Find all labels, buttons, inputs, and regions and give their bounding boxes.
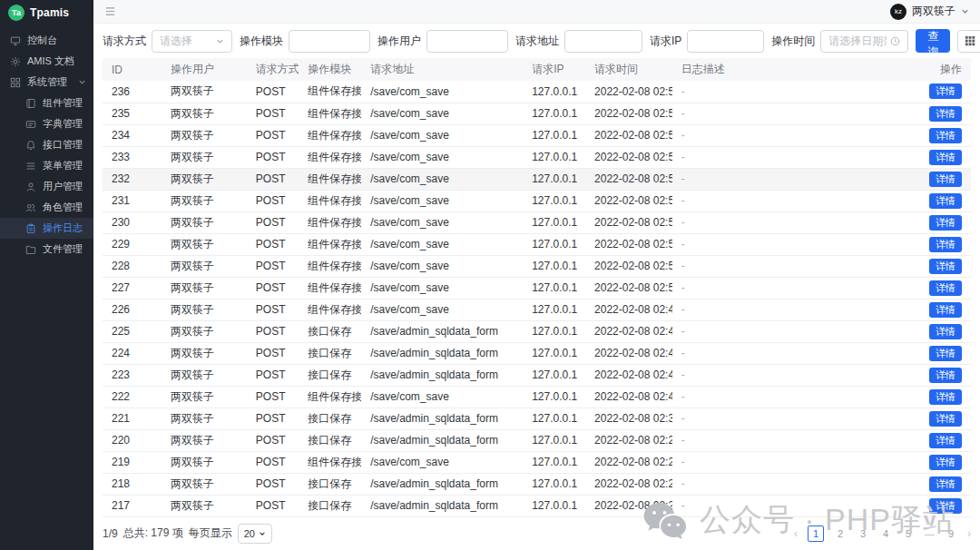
search-button[interactable]: 查询 — [916, 29, 950, 53]
table-header-row: ID操作用户请求方式操作模块请求地址请求IP请求时间日志描述操作 — [103, 58, 971, 81]
cell-method: POST — [247, 81, 299, 103]
operator-input[interactable] — [426, 30, 508, 53]
table-body: 236两双筷子POST组件保存接口/save/com_save127.0.0.1… — [103, 81, 971, 516]
cell-time: 2022-02-08 02:51:28 — [585, 146, 672, 168]
detail-button[interactable]: 详情 — [929, 237, 962, 252]
column-header: 请求时间 — [585, 58, 672, 81]
cell-time: 2022-02-08 02:26:24 — [585, 473, 672, 495]
cell-ip: 127.0.0.1 — [523, 364, 585, 386]
cell-method: POST — [247, 299, 299, 320]
sidebar-item-console[interactable]: 控制台 — [0, 30, 93, 51]
sidebar-item-op-logs[interactable]: 操作日志 — [0, 218, 93, 239]
detail-button[interactable]: 详情 — [929, 455, 962, 470]
next-page-button[interactable]: › — [967, 527, 971, 540]
detail-button[interactable]: 详情 — [929, 389, 962, 405]
cell-id: 219 — [103, 451, 162, 473]
detail-button[interactable]: 详情 — [929, 280, 962, 296]
cell-module: 组件保存接口 — [299, 146, 361, 168]
sidebar-item-components[interactable]: 组件管理 — [0, 93, 93, 113]
page-button-4[interactable]: 4 — [879, 528, 892, 539]
cell-ip: 127.0.0.1 — [523, 277, 585, 299]
cell-time: 2022-02-08 02:45:24 — [585, 342, 672, 364]
sidebar-item-label: 操作日志 — [43, 221, 83, 235]
cell-path: /save/com_save — [361, 277, 523, 299]
detail-button[interactable]: 详情 — [929, 433, 962, 448]
table-footer: 1/9 总共: 179 项 每页显示 20 ‹12345—9› — [93, 517, 980, 544]
filter-label: 请求方式 — [103, 34, 146, 49]
page-button-2[interactable]: 2 — [834, 528, 847, 539]
sidebar-item-label: 组件管理 — [43, 96, 83, 110]
detail-button[interactable]: 详情 — [929, 128, 962, 143]
page-size-select[interactable]: 20 — [238, 524, 272, 544]
detail-button[interactable]: 详情 — [929, 193, 962, 209]
logo-badge: Ta — [8, 5, 24, 21]
detail-button[interactable]: 详情 — [929, 106, 962, 122]
detail-button[interactable]: 详情 — [929, 215, 962, 231]
cell-ip: 127.0.0.1 — [523, 320, 585, 342]
request-ip-input[interactable] — [687, 30, 764, 53]
cell-path: /save/admin_sqldata_form — [361, 364, 523, 386]
detail-button[interactable]: 详情 — [929, 368, 962, 383]
prev-page-button[interactable]: ‹ — [794, 527, 798, 540]
table-row: 221两双筷子POST接口保存/save/admin_sqldata_form1… — [103, 408, 971, 429]
user-menu[interactable]: kz 两双筷子 — [890, 4, 969, 20]
sidebar-item-system[interactable]: 系统管理 — [0, 72, 93, 93]
sidebar-item-dictionary[interactable]: 字典管理 — [0, 113, 93, 134]
detail-button[interactable]: 详情 — [929, 302, 962, 318]
sidebar-item-label: 文件管理 — [43, 242, 83, 256]
cell-user: 两双筷子 — [162, 81, 247, 103]
cell-action: 详情 — [858, 473, 971, 495]
sidebar-item-menus[interactable]: 菜单管理 — [0, 155, 93, 176]
detail-button[interactable]: 详情 — [929, 83, 962, 99]
per-page-label: 每页显示 — [189, 525, 232, 541]
page-button-9[interactable]: 9 — [945, 528, 957, 539]
cell-user: 两双筷子 — [162, 277, 247, 299]
sidebar-item-interfaces[interactable]: 接口管理 — [0, 134, 93, 155]
detail-button[interactable]: 详情 — [929, 476, 962, 492]
page-button-3[interactable]: 3 — [857, 528, 869, 539]
detail-button[interactable]: 详情 — [929, 498, 962, 514]
detail-button[interactable]: 详情 — [929, 150, 962, 165]
sidebar-item-roles[interactable]: 角色管理 — [0, 197, 93, 218]
sidebar-item-files[interactable]: 文件管理 — [0, 239, 93, 260]
cell-action: 详情 — [858, 451, 971, 473]
page-button-5[interactable]: 5 — [902, 528, 915, 539]
cell-module: 组件保存接口 — [299, 277, 361, 299]
table-row: 220两双筷子POST接口保存/save/admin_sqldata_form1… — [103, 429, 971, 451]
request-url-input[interactable] — [564, 30, 642, 53]
columns-config-button[interactable] — [957, 30, 980, 53]
detail-button[interactable]: 详情 — [929, 346, 962, 361]
sidebar-toggle-icon[interactable] — [104, 5, 116, 17]
cell-id: 230 — [103, 211, 162, 233]
cell-action: 详情 — [858, 124, 971, 146]
sidebar-nav: 控制台AMIS 文档系统管理组件管理字典管理接口管理菜单管理用户管理角色管理操作… — [0, 25, 93, 260]
request-method-select[interactable]: 请选择 — [152, 30, 232, 53]
cell-ip: 127.0.0.1 — [523, 342, 585, 364]
app-root: Ta Tpamis 控制台AMIS 文档系统管理组件管理字典管理接口管理菜单管理… — [0, 0, 980, 550]
cell-user: 两双筷子 — [162, 103, 247, 124]
cell-id: 224 — [103, 342, 162, 364]
detail-button[interactable]: 详情 — [929, 259, 962, 274]
cell-id: 218 — [103, 473, 162, 495]
cell-action: 详情 — [858, 190, 971, 211]
cell-path: /save/com_save — [361, 124, 523, 146]
filter-label: 请求IP — [650, 34, 681, 49]
cell-module: 组件保存接口 — [299, 451, 361, 473]
cell-action: 详情 — [858, 495, 971, 516]
cell-module: 组件保存接口 — [299, 255, 361, 277]
sidebar-item-amis-docs[interactable]: AMIS 文档 — [0, 51, 93, 72]
cell-module: 组件保存接口 — [299, 81, 361, 103]
column-header: 请求IP — [523, 58, 585, 81]
detail-button[interactable]: 详情 — [929, 324, 962, 339]
cell-path: /save/com_save — [361, 103, 523, 124]
detail-button[interactable]: 详情 — [929, 411, 962, 427]
app-logo: Ta Tpamis — [0, 0, 93, 25]
time-range-input[interactable]: 请选择日期范围 — [820, 30, 908, 53]
detail-button[interactable]: 详情 — [929, 172, 962, 187]
cell-method: POST — [247, 495, 299, 516]
component-icon — [25, 98, 36, 109]
sidebar-item-users[interactable]: 用户管理 — [0, 176, 93, 197]
module-input[interactable] — [289, 30, 370, 53]
page-button-1[interactable]: 1 — [808, 525, 824, 542]
cell-path: /save/com_save — [361, 81, 523, 103]
